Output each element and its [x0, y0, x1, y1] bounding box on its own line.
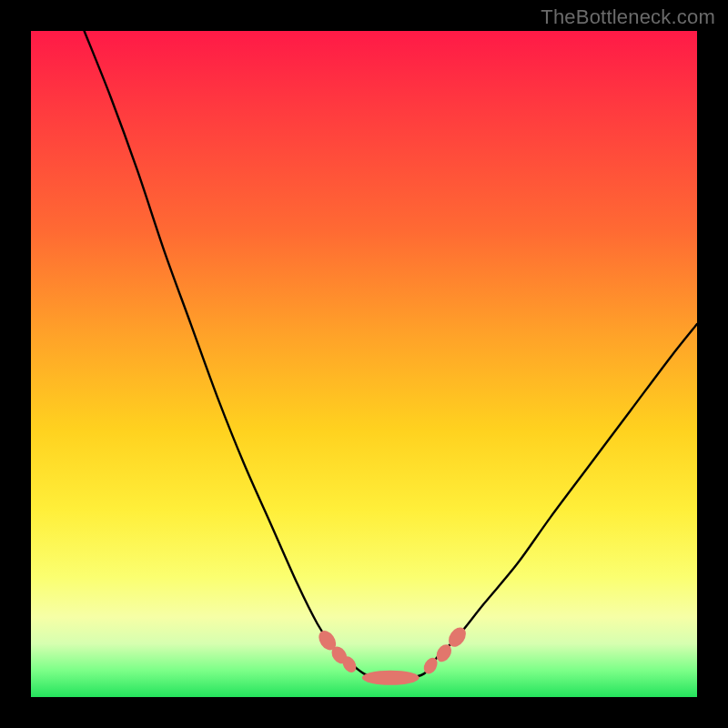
bottleneck-curve — [85, 31, 697, 679]
curve-lines — [85, 31, 697, 679]
chart-frame: TheBottleneck.com — [0, 0, 728, 728]
plot-area — [31, 31, 697, 697]
watermark-text: TheBottleneck.com — [541, 5, 715, 29]
valley-node-3 — [362, 671, 420, 685]
curve-svg — [31, 31, 697, 697]
valley-markers — [315, 624, 469, 685]
